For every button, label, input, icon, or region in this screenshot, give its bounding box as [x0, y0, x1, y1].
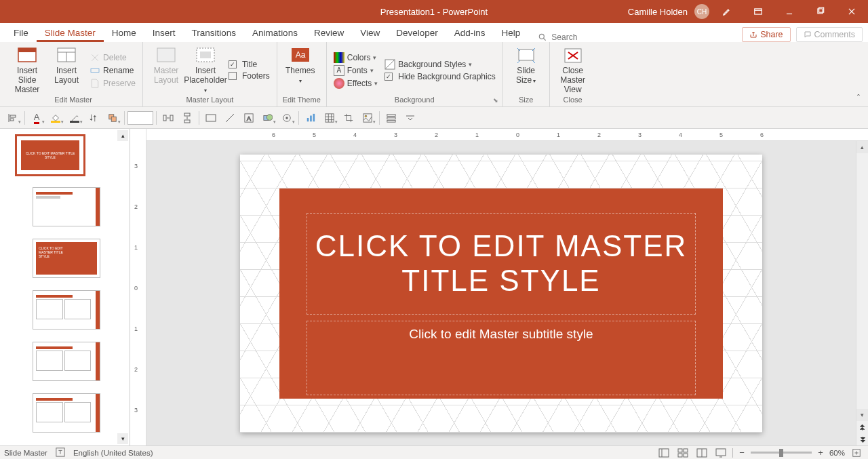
- insert-layout-button[interactable]: Insert Layout: [49, 45, 84, 96]
- font-color-button[interactable]: A▾: [28, 110, 45, 126]
- tell-me-search[interactable]: Search: [538, 33, 577, 42]
- distribute-v-button[interactable]: [178, 110, 196, 126]
- tab-view[interactable]: View: [352, 24, 388, 42]
- checkbox-icon: [229, 60, 237, 68]
- background-dialog-launcher[interactable]: ⬊: [493, 97, 501, 105]
- textbox-button[interactable]: A: [240, 110, 258, 126]
- svg-point-42: [267, 114, 273, 120]
- user-avatar[interactable]: CH: [694, 4, 709, 19]
- effects-label: Effects: [347, 79, 372, 88]
- fonts-button[interactable]: AFonts: [332, 64, 379, 77]
- zoom-out-button[interactable]: −: [737, 447, 747, 458]
- outline-color-button[interactable]: ▾: [66, 110, 83, 126]
- tab-insert[interactable]: Insert: [144, 24, 184, 42]
- footers-checkbox[interactable]: Footers: [227, 71, 271, 81]
- tab-file[interactable]: File: [5, 24, 37, 42]
- status-language[interactable]: English (United States): [73, 449, 153, 457]
- slide-area[interactable]: CLICK TO EDIT MASTER TITLE STYLE Click t…: [146, 141, 856, 445]
- delete-icon: [90, 52, 100, 63]
- share-button[interactable]: Share: [742, 27, 790, 42]
- zoom-in-button[interactable]: +: [816, 447, 825, 458]
- vertical-scrollbar[interactable]: ▴ ▾ ⯭ ⯯: [856, 141, 868, 445]
- sort-button[interactable]: [85, 110, 102, 126]
- collapse-ribbon-button[interactable]: ˆ: [853, 93, 864, 104]
- comments-button[interactable]: Comments: [796, 27, 863, 42]
- align-button[interactable]: ▾: [4, 110, 22, 126]
- ribbon-display-icon[interactable]: [745, 1, 772, 22]
- slide-canvas[interactable]: CLICK TO EDIT MASTER TITLE STYLE Click t…: [240, 155, 762, 433]
- subtitle-placeholder[interactable]: Click to edit Master subtitle style: [307, 321, 696, 395]
- normal-view-button[interactable]: [656, 447, 671, 459]
- tab-slide-master[interactable]: Slide Master: [37, 24, 104, 42]
- close-master-view-button[interactable]: Close Master View: [555, 45, 591, 96]
- svg-rect-63: [684, 449, 688, 452]
- colors-button[interactable]: Colors: [332, 52, 379, 64]
- background-styles-button[interactable]: Background Styles: [383, 58, 496, 71]
- accessibility-icon[interactable]: [56, 447, 65, 458]
- status-mode[interactable]: Slide Master: [4, 449, 47, 457]
- effects-button[interactable]: Effects: [332, 77, 379, 89]
- title-placeholder[interactable]: CLICK TO EDIT MASTER TITLE STYLE: [307, 213, 696, 315]
- slide-master-thumb[interactable]: CLICK TO EDIT MASTER TITLE STYLE: [16, 136, 84, 175]
- more-commands-button[interactable]: [401, 110, 419, 126]
- tab-addins[interactable]: Add-ins: [446, 24, 494, 42]
- shapes-button[interactable]: ▾: [259, 110, 277, 126]
- document-title: Presentation1 - PowerPoint: [380, 7, 488, 17]
- icons-button[interactable]: ▾: [278, 110, 296, 126]
- prev-slide-button[interactable]: ⯭: [856, 421, 868, 433]
- tab-developer[interactable]: Developer: [388, 24, 446, 42]
- rename-button[interactable]: Rename: [88, 64, 137, 77]
- ip-label: Insert Placeholder ▾: [184, 66, 226, 94]
- selection-pane-button[interactable]: [382, 110, 400, 126]
- table-button[interactable]: ▾: [321, 110, 338, 126]
- zoom-slider[interactable]: [751, 452, 812, 454]
- pen-icon[interactable]: [713, 1, 741, 22]
- thumb-scroll-up[interactable]: ▴: [117, 130, 128, 141]
- crop-button[interactable]: [340, 110, 357, 126]
- fill-color-button[interactable]: ▾: [47, 110, 64, 126]
- insert-placeholder-button[interactable]: Insert Placeholder ▾: [188, 45, 223, 96]
- picture-button[interactable]: ▾: [359, 110, 376, 126]
- footers-chk-label: Footers: [242, 71, 270, 81]
- layout-thumb-2[interactable]: CLICK TO EDIT MASTER TITLE STYLE: [33, 239, 100, 278]
- fit-to-window-button[interactable]: [849, 447, 864, 459]
- line-shape-button[interactable]: [221, 110, 239, 126]
- title-checkbox[interactable]: Title: [227, 59, 271, 70]
- slideshow-view-button[interactable]: [713, 447, 728, 459]
- layout-thumb-1[interactable]: [33, 187, 100, 226]
- close-button[interactable]: [838, 1, 865, 22]
- reading-view-button[interactable]: [694, 447, 709, 459]
- hide-bg-checkbox[interactable]: Hide Background Graphics: [383, 71, 496, 82]
- themes-button[interactable]: Aa Themes▾: [283, 45, 318, 96]
- tab-transitions[interactable]: Transitions: [184, 24, 245, 42]
- layout-thumb-3[interactable]: [33, 290, 100, 330]
- layout-thumb-5[interactable]: [33, 393, 100, 433]
- shape-style-picker[interactable]: [127, 111, 153, 125]
- insert-slide-master-button[interactable]: Insert Slide Master: [9, 45, 45, 96]
- sorter-view-button[interactable]: [675, 447, 690, 459]
- tab-animations[interactable]: Animations: [244, 24, 306, 42]
- chart-button[interactable]: [302, 110, 319, 126]
- tab-help[interactable]: Help: [494, 24, 529, 42]
- preserve-button: Preserve: [88, 77, 137, 89]
- user-name[interactable]: Camille Holden: [628, 7, 688, 17]
- svg-rect-20: [519, 49, 534, 60]
- thumb-scroll-down[interactable]: ▾: [117, 433, 128, 444]
- tab-review[interactable]: Review: [306, 24, 352, 42]
- thumbnails-pane[interactable]: ▴ CLICK TO EDIT MASTER TITLE STYLE CLICK…: [0, 129, 130, 445]
- scroll-up-button[interactable]: ▴: [856, 141, 868, 153]
- maximize-button[interactable]: [807, 1, 834, 22]
- distribute-h-button[interactable]: [159, 110, 177, 126]
- svg-rect-2: [818, 9, 823, 14]
- rectangle-shape-button[interactable]: [202, 110, 220, 126]
- scroll-down-button[interactable]: ▾: [856, 409, 868, 421]
- slide-size-button[interactable]: Slide Size ▾: [509, 45, 544, 96]
- zoom-level[interactable]: 60%: [829, 449, 845, 457]
- layout-thumb-4[interactable]: [33, 342, 100, 381]
- svg-point-54: [365, 115, 367, 117]
- next-slide-button[interactable]: ⯯: [856, 433, 868, 445]
- tab-home[interactable]: Home: [104, 24, 144, 42]
- svg-rect-13: [91, 68, 99, 72]
- minimize-button[interactable]: [776, 1, 803, 22]
- arrange-button[interactable]: ▾: [104, 110, 121, 126]
